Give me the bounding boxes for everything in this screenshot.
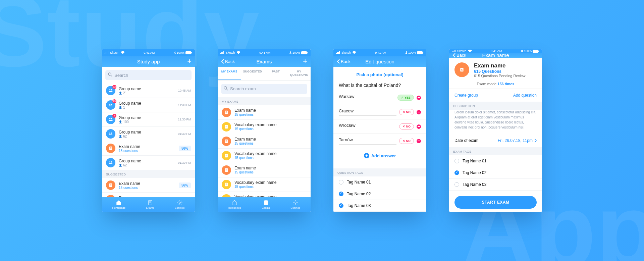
svg-point-46 — [295, 202, 297, 203]
tag-row[interactable]: Tag Name 03 — [333, 200, 426, 212]
screen-home: Sketch 9:41 AM 100% Study app + Search 1… — [102, 49, 195, 212]
tag-row[interactable]: Tag Name 03 — [449, 179, 542, 191]
battery-icon — [185, 51, 192, 54]
bluetooth-icon — [521, 49, 523, 53]
search-input[interactable]: Search exam — [221, 84, 307, 94]
section-question-tags: QUESTION TAGS — [333, 168, 426, 176]
tab-past[interactable]: PAST — [264, 67, 287, 80]
add-button[interactable]: + — [187, 57, 192, 66]
exam-row[interactable]: Vocabulary exam name15 questions — [218, 177, 311, 192]
search-icon — [224, 86, 228, 92]
exam-row[interactable]: Exam name 15 questions 56% — [102, 178, 195, 193]
tab-my-exams[interactable]: MY EXAMS — [218, 67, 241, 80]
back-button[interactable]: Back — [221, 59, 235, 64]
answer-text[interactable]: Cracow — [339, 108, 396, 116]
exam-icon — [106, 144, 115, 153]
svg-line-3 — [111, 75, 112, 76]
group-icon: 12 — [106, 86, 115, 95]
statusbar: Sketch 9:41 AM 100% — [218, 49, 311, 56]
tab-home[interactable]: Homepage — [112, 200, 125, 209]
correct-toggle[interactable]: ✕NO — [399, 109, 414, 115]
group-icon: 23 — [106, 100, 115, 110]
tag-row[interactable]: Tag Name 02 — [449, 167, 542, 179]
answer-row: Warsaw ✓YES — [333, 91, 426, 105]
exam-icon — [106, 195, 115, 197]
signal-icon — [220, 51, 224, 54]
exam-row[interactable]: Vocabulary exam name15 questions — [218, 120, 311, 134]
correct-toggle[interactable]: ✕NO — [399, 123, 414, 129]
tag-row[interactable]: Tag Name 02 — [333, 188, 426, 200]
wifi-icon — [468, 50, 472, 52]
add-answer-button[interactable]: + Add answer — [333, 148, 426, 163]
answer-text[interactable]: Tarnów — [339, 137, 396, 145]
radio[interactable] — [339, 203, 343, 208]
bluetooth-icon — [289, 51, 291, 54]
exam-row[interactable]: Exam name15 questions — [218, 134, 311, 149]
radio[interactable] — [454, 170, 459, 175]
radio[interactable] — [454, 182, 459, 187]
tag-row[interactable]: Tag Name 01 — [333, 176, 426, 188]
delete-answer-button[interactable] — [417, 139, 421, 143]
delete-answer-button[interactable] — [417, 96, 421, 100]
search-input[interactable]: Search — [105, 70, 192, 80]
group-row[interactable]: 23 Group name 👤1 11:30 PM — [102, 98, 195, 112]
tab-home[interactable]: Homepage — [228, 200, 241, 209]
exam-row[interactable]: Exam name15 questions — [218, 163, 311, 177]
correct-toggle[interactable]: ✕NO — [399, 138, 414, 144]
group-row[interactable]: Group name 👤62 01:30 PM — [102, 156, 195, 170]
svg-point-19 — [224, 87, 227, 89]
statusbar: Sketch 9:41 AM 100% — [102, 49, 195, 56]
exam-row[interactable]: Exam name 15 questions 56% — [102, 193, 195, 197]
question-text: What is the capital of Poland? — [333, 83, 426, 91]
tab-settings[interactable]: Settings — [290, 200, 300, 209]
delete-answer-button[interactable] — [417, 110, 421, 114]
group-row[interactable]: Group name 👤62 01:30 PM — [102, 127, 195, 141]
back-button[interactable]: Back — [452, 53, 466, 58]
back-button[interactable]: Back — [337, 59, 351, 64]
exam-icon — [106, 180, 115, 190]
tab-my-questions[interactable]: MY QUESTIONS — [287, 67, 311, 80]
wifi-icon — [121, 51, 125, 54]
exam-icon: A+ — [454, 62, 469, 77]
nav-title: Study app — [102, 59, 195, 64]
progress-chip: 56% — [179, 146, 191, 151]
group-row[interactable]: 12 Group name 👤21 10:45 AM — [102, 84, 195, 98]
exam-row[interactable]: Exam name 15 questions 56% — [102, 141, 195, 156]
exam-row[interactable]: Exam name15 questions — [218, 105, 311, 120]
tabbar: Homepage Exams Settings — [218, 197, 311, 212]
svg-rect-17 — [301, 51, 307, 54]
tag-row[interactable]: Tag Name 01 — [449, 155, 542, 167]
tab-exams[interactable]: Exams — [262, 200, 270, 209]
radio[interactable] — [339, 180, 343, 185]
exam-made: Exam made 156 times — [449, 79, 542, 89]
add-button[interactable]: + — [303, 57, 307, 66]
start-exam-button[interactable]: START EXAM — [454, 196, 537, 209]
delete-answer-button[interactable] — [417, 124, 421, 129]
screen-edit-question: Sketch 9:41 AM 100% Back Edit question P… — [333, 49, 426, 212]
screen-exams: Sketch 9:41 AM 100% Back Exams + MY EXAM… — [218, 49, 311, 212]
answer-text[interactable]: Warsaw — [339, 94, 395, 101]
navbar: Back Exams + — [218, 56, 311, 67]
badge: 23 — [112, 99, 116, 103]
tab-settings[interactable]: Settings — [175, 200, 184, 209]
radio[interactable] — [339, 192, 343, 196]
date-row[interactable]: Date of exam Fri, 26.07.18, 11pm — [449, 134, 542, 147]
pick-photo-link[interactable]: Pick a photo (optional) — [333, 67, 426, 83]
group-row[interactable]: 3 Group name 👤100 11:30 PM — [102, 112, 195, 127]
tab-exams[interactable]: Exams — [146, 200, 154, 209]
correct-toggle[interactable]: ✓YES — [397, 95, 414, 101]
tab-suggested[interactable]: SUGGESTED — [241, 67, 264, 80]
person-icon: 👤 — [119, 120, 122, 123]
exam-row[interactable]: Vocabulary exam name15 questions — [218, 149, 311, 163]
answer-row: Cracow ✕NO — [333, 105, 426, 119]
add-question-link[interactable]: Add question — [513, 93, 537, 98]
tags-list: Tag Name 01Tag Name 02Tag Name 03 — [449, 155, 542, 191]
exam-row[interactable]: Vocabulary exam name15 questions — [218, 192, 311, 197]
radio[interactable] — [454, 159, 459, 163]
badge: 12 — [112, 85, 116, 89]
battery-icon — [533, 50, 539, 53]
answer-text[interactable]: Wrocław — [339, 123, 396, 130]
answers: Warsaw ✓YES Cracow ✕NO Wrocław ✕NO Tarnó… — [333, 91, 426, 148]
battery-pct: 100% — [177, 51, 184, 54]
create-group-link[interactable]: Create group — [454, 93, 478, 98]
